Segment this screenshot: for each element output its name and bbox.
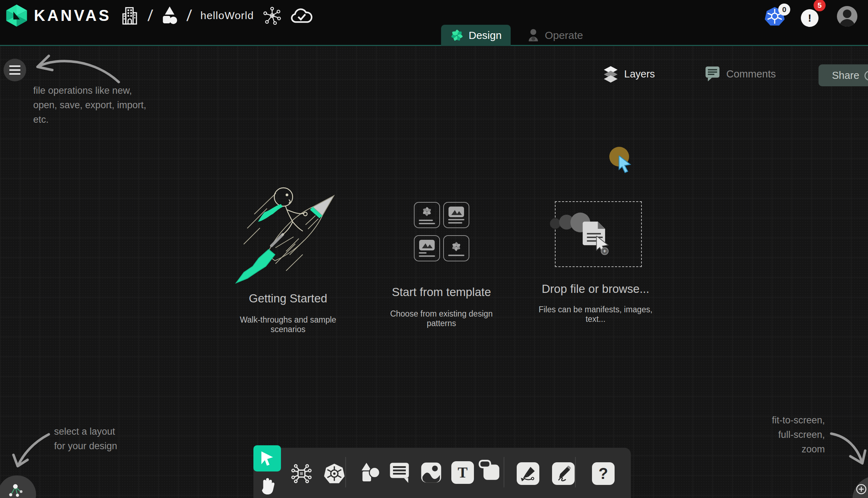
image-icon bbox=[421, 462, 442, 483]
text-tool[interactable]: T bbox=[451, 461, 474, 484]
zoom-arrow bbox=[828, 429, 868, 471]
connect-edge-tool[interactable] bbox=[290, 462, 313, 485]
brand-name: KANVAS bbox=[34, 7, 111, 24]
cluster-count-badge: 0 bbox=[778, 4, 790, 16]
comments-icon bbox=[705, 66, 720, 82]
collaborator-cursor-icon bbox=[618, 156, 634, 173]
help-tool-glyph: ? bbox=[599, 465, 608, 482]
layout-graph-icon bbox=[7, 482, 25, 498]
comments-label: Comments bbox=[726, 68, 776, 80]
connect-edge-icon bbox=[291, 463, 312, 484]
drop-file-title: Drop file or browse... bbox=[530, 282, 661, 296]
menu-button[interactable] bbox=[4, 59, 26, 81]
comment-tool[interactable] bbox=[388, 461, 411, 484]
kanvas-logo-icon bbox=[5, 4, 28, 27]
getting-started-title: Getting Started bbox=[223, 292, 353, 305]
comment-icon bbox=[389, 462, 410, 483]
template-thumb[interactable] bbox=[443, 202, 469, 228]
select-tool[interactable] bbox=[253, 445, 281, 471]
avatar-person-icon bbox=[843, 10, 851, 18]
help-tool[interactable]: ? bbox=[592, 462, 615, 485]
breadcrumb-separator: / bbox=[147, 7, 153, 24]
add-file-plus-icon: + bbox=[601, 247, 609, 255]
design-file-name[interactable]: helloWorld bbox=[200, 10, 254, 22]
start-from-template-subtitle: Choose from existing design patterns bbox=[376, 309, 507, 328]
layers-label: Layers bbox=[624, 68, 655, 80]
cluster-status-button[interactable]: 0 bbox=[765, 6, 785, 26]
file-ops-annotation: file operations like new, open, save, ex… bbox=[33, 83, 146, 127]
drop-file-subtitle: Files can be manifests, images, text... bbox=[530, 305, 661, 324]
kubernetes-components-tool[interactable] bbox=[323, 462, 346, 485]
template-thumb[interactable] bbox=[443, 235, 469, 261]
alert-icon: ! bbox=[801, 9, 819, 27]
app-header: KANVAS / bbox=[0, 0, 868, 46]
operate-mode-icon bbox=[527, 29, 540, 42]
notifications-button[interactable]: ! 5 bbox=[801, 6, 821, 26]
tab-design[interactable]: Design bbox=[441, 25, 511, 46]
pencil-tool[interactable] bbox=[552, 462, 575, 485]
tab-operate[interactable]: Operate bbox=[518, 25, 592, 46]
start-from-template-card[interactable]: Start from template Choose from existing… bbox=[376, 182, 507, 324]
organization-icon[interactable] bbox=[121, 6, 139, 25]
breadcrumb-separator: / bbox=[186, 7, 192, 24]
file-dropzone[interactable]: + bbox=[555, 201, 642, 267]
cloud-sync-icon[interactable] bbox=[291, 6, 312, 25]
template-thumb[interactable] bbox=[414, 202, 440, 228]
pan-hand-tool[interactable] bbox=[259, 475, 277, 496]
notification-count-badge: 5 bbox=[814, 0, 826, 11]
brand[interactable]: KANVAS bbox=[5, 4, 111, 27]
share-label: Share bbox=[832, 70, 859, 81]
zoom-in-icon bbox=[855, 483, 867, 495]
layout-annotation: select a layout for your design bbox=[54, 424, 117, 453]
media-tool[interactable] bbox=[420, 461, 442, 484]
text-tool-glyph: T bbox=[458, 464, 468, 481]
getting-started-card[interactable]: Getting Started Walk-throughs and sample… bbox=[223, 182, 353, 324]
design-mode-icon bbox=[450, 29, 464, 42]
zoom-annotation: fit-to-screen, full-screen, zoom bbox=[719, 413, 825, 457]
kanvas-app: KANVAS / bbox=[0, 0, 868, 498]
tab-operate-label: Operate bbox=[545, 29, 583, 41]
tab-design-label: Design bbox=[469, 29, 502, 41]
template-thumb[interactable] bbox=[414, 235, 440, 261]
pen-tool[interactable] bbox=[517, 462, 539, 485]
getting-started-subtitle: Walk-throughs and sample scenarios bbox=[223, 315, 353, 334]
eraser-tool[interactable] bbox=[478, 458, 500, 481]
comments-button[interactable]: Comments bbox=[705, 66, 776, 82]
share-button[interactable]: Share bbox=[819, 64, 868, 86]
rocket-doodle-illustration bbox=[233, 182, 353, 285]
layout-arrow bbox=[11, 431, 53, 473]
layers-button[interactable]: Layers bbox=[603, 65, 655, 83]
pen-icon bbox=[520, 465, 536, 482]
workspace-shapes-icon[interactable] bbox=[162, 6, 178, 25]
user-avatar[interactable] bbox=[837, 6, 857, 27]
environment-graph-icon[interactable] bbox=[263, 6, 281, 25]
shapes-tool[interactable] bbox=[358, 461, 381, 483]
eraser-icon bbox=[478, 458, 500, 482]
pencil-icon bbox=[555, 465, 571, 482]
mode-tabs: Design Operate bbox=[441, 25, 592, 46]
kubernetes-helm-icon bbox=[324, 463, 345, 484]
shapes-icon bbox=[359, 461, 381, 483]
start-from-template-title: Start from template bbox=[376, 285, 507, 299]
layers-icon bbox=[603, 65, 618, 83]
select-cursor-icon bbox=[259, 450, 275, 467]
